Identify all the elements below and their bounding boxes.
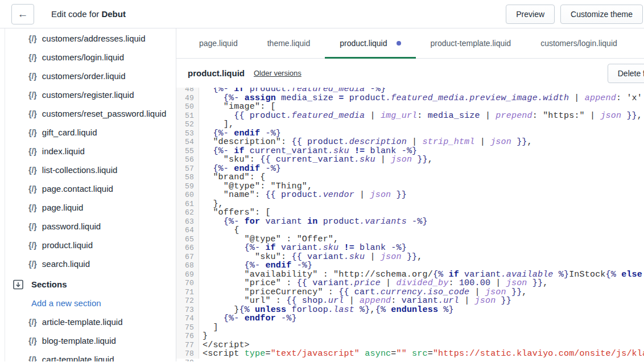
template-file-list: {/}customers/addresses.liquid{/}customer…	[0, 29, 176, 273]
sidebar-item-label: search.liquid	[42, 259, 90, 269]
liquid-file-icon: {/}	[28, 128, 37, 137]
current-file-name: product.liquid	[188, 68, 245, 78]
code-line[interactable]: <script type="text/javascript" async="" …	[203, 349, 644, 359]
liquid-file-icon: {/}	[28, 90, 37, 100]
line-number: 77	[176, 341, 194, 350]
line-number: 68	[176, 261, 194, 270]
code-line[interactable]: "priceCurrency" : {{ cart.currency.iso_c…	[203, 288, 644, 297]
add-section-link[interactable]: Add a new section	[0, 294, 176, 312]
line-number: 55	[176, 147, 194, 156]
code-editor[interactable]: 4849505152535455565758596061626364656667…	[176, 88, 644, 361]
code-line[interactable]: {%- if variant.sku != blank -%}	[203, 244, 644, 253]
sidebar-item-customers/order.liquid[interactable]: {/}customers/order.liquid	[0, 67, 176, 85]
sidebar-item-page.contact.liquid[interactable]: {/}page.contact.liquid	[0, 179, 176, 198]
code-line[interactable]: ],	[203, 120, 644, 129]
code-line[interactable]: "url" : {{ shop.url | append: variant.ur…	[203, 297, 644, 306]
line-number: 62	[176, 208, 194, 217]
code-line[interactable]: {%- endif -%}	[203, 129, 644, 138]
code-line[interactable]: </script>	[203, 341, 644, 350]
liquid-file-icon: {/}	[28, 166, 37, 175]
arrow-left-icon: ←	[18, 8, 28, 20]
liquid-file-icon: {/}	[28, 109, 37, 118]
sidebar-item-page.liquid[interactable]: {/}page.liquid	[0, 198, 176, 217]
line-number: 73	[176, 306, 194, 315]
tab-page.liquid[interactable]: page.liquid	[184, 28, 253, 58]
tab-product-template.liquid[interactable]: product-template.liquid	[416, 28, 526, 58]
sections-header[interactable]: Sections	[0, 275, 176, 294]
sidebar-item-customers/addresses.liquid[interactable]: {/}customers/addresses.liquid	[0, 29, 176, 48]
line-number: 59	[176, 182, 194, 191]
code-line[interactable]: "sku": {{ variant.sku | json }},	[203, 253, 644, 262]
preview-button[interactable]: Preview	[506, 5, 555, 24]
back-button[interactable]: ←	[11, 4, 34, 24]
code-line[interactable]: "price" : {{ variant.price | divided_by:…	[203, 279, 644, 288]
file-header: product.liquid Older versions Delete fil…	[176, 59, 644, 88]
line-number: 63	[176, 217, 194, 227]
code-line[interactable]: ]	[203, 323, 644, 332]
line-number: 51	[176, 112, 194, 121]
code-line[interactable]: {%- endfor -%}	[203, 314, 644, 323]
sidebar-item-customers/login.liquid[interactable]: {/}customers/login.liquid	[0, 48, 176, 67]
code-line[interactable]: {	[203, 226, 644, 235]
line-number: 56	[176, 155, 194, 164]
code-line[interactable]: "sku": {{ current_variant.sku | json }},	[203, 155, 644, 164]
section-file-list: {/}article-template.liquid{/}blog-templa…	[0, 312, 176, 361]
file-sidebar: {/}customers/addresses.liquid{/}customer…	[0, 28, 176, 361]
code-line[interactable]: "@type": "Thing",	[203, 182, 644, 191]
code-line[interactable]: "description": {{ product.description | …	[203, 138, 644, 147]
tab-bar: page.liquidtheme.liquidproduct.liquidpro…	[176, 28, 644, 59]
sidebar-item-product.liquid[interactable]: {/}product.liquid	[0, 236, 176, 254]
sidebar-item-password.liquid[interactable]: {/}password.liquid	[0, 217, 176, 236]
code-line[interactable]: }	[203, 332, 644, 341]
code-line[interactable]: {%- endif -%}	[203, 261, 644, 270]
code-line[interactable]: "image": [	[203, 102, 644, 112]
sidebar-item-list-collections.liquid[interactable]: {/}list-collections.liquid	[0, 161, 176, 179]
delete-file-button[interactable]: Delete file	[608, 64, 644, 83]
sidebar-item-cart-template.liquid[interactable]: {/}cart-template.liquid	[0, 350, 176, 361]
customize-theme-button[interactable]: Customize theme	[560, 5, 643, 24]
line-number: 75	[176, 323, 194, 332]
tab-theme.liquid[interactable]: theme.liquid	[253, 28, 325, 58]
liquid-file-icon: {/}	[28, 72, 37, 81]
sidebar-item-label: gift_card.liquid	[42, 127, 97, 137]
sidebar-item-label: page.contact.liquid	[42, 184, 113, 194]
liquid-file-icon: {/}	[28, 241, 37, 250]
sidebar-item-gift_card.liquid[interactable]: {/}gift_card.liquid	[0, 123, 176, 142]
sidebar-item-customers/reset_password.liquid[interactable]: {/}customers/reset_password.liquid	[0, 104, 176, 123]
code-line[interactable]: {%- if current_variant.sku != blank -%}	[203, 147, 644, 156]
liquid-file-icon: {/}	[28, 336, 37, 345]
code-line[interactable]: {%- assign media_size = product.featured…	[203, 94, 644, 103]
line-number: 61	[176, 200, 194, 209]
sidebar-item-article-template.liquid[interactable]: {/}article-template.liquid	[0, 312, 176, 331]
code-line[interactable]: "availability" : "http://schema.org/{% i…	[203, 270, 644, 279]
tab-label: product-template.liquid	[431, 39, 511, 48]
topbar: ← Edit code for Debut Preview Customize …	[0, 0, 644, 28]
liquid-file-icon: {/}	[28, 222, 37, 231]
code-line[interactable]: "offers": [	[203, 208, 644, 217]
line-number: 72	[176, 297, 194, 306]
liquid-file-icon: {/}	[28, 203, 37, 212]
code-line[interactable]: },	[203, 200, 644, 209]
page-title-prefix: Edit code for	[51, 9, 101, 19]
line-number: 69	[176, 270, 194, 279]
line-number: 70	[176, 279, 194, 288]
code-line[interactable]: "brand": {	[203, 173, 644, 182]
code-line[interactable]: "name": {{ product.vendor | json }}	[203, 191, 644, 200]
line-number: 48	[176, 88, 194, 94]
line-number: 58	[176, 173, 194, 182]
sidebar-item-search.liquid[interactable]: {/}search.liquid	[0, 254, 176, 273]
code-line[interactable]: {{ product.featured_media | img_url: med…	[203, 112, 644, 121]
older-versions-link[interactable]: Older versions	[254, 69, 302, 77]
code-line[interactable]: {%- endif -%}	[203, 164, 644, 174]
sidebar-item-customers/register.liquid[interactable]: {/}customers/register.liquid	[0, 85, 176, 104]
code-line[interactable]: "@type" : "Offer",	[203, 235, 644, 244]
sidebar-item-blog-template.liquid[interactable]: {/}blog-template.liquid	[0, 331, 176, 350]
code-lines[interactable]: {%- if product.featured_media -%} {%- as…	[199, 88, 644, 359]
tab-customers/login.liquid[interactable]: customers/login.liquid	[526, 28, 632, 58]
code-line[interactable]: {%- for variant in product.variants -%}	[203, 217, 644, 227]
sidebar-item-label: page.liquid	[42, 203, 84, 212]
code-line[interactable]: }{% unless forloop.last %},{% endunless …	[203, 306, 644, 315]
sidebar-item-label: product.liquid	[42, 240, 93, 250]
tab-product.liquid[interactable]: product.liquid	[325, 28, 415, 58]
sidebar-item-index.liquid[interactable]: {/}index.liquid	[0, 142, 176, 161]
